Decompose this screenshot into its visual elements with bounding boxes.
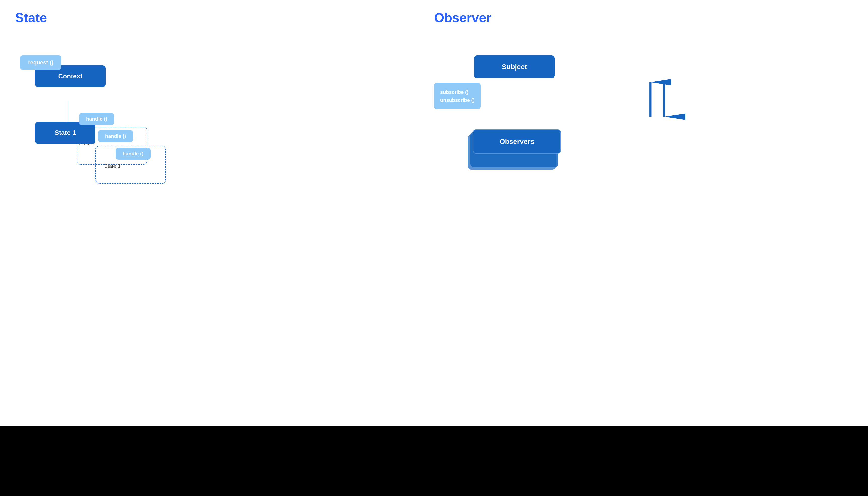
handle3-block: handle () [115, 148, 151, 160]
main-content: State request () Context State 1 handle … [0, 0, 868, 425]
subject-block: Subject [474, 55, 555, 78]
observer-diagram: Subject subscribe () unsubscribe () Obse… [434, 33, 853, 184]
observer-panel: Observer Subject subscribe () unsubscrib… [434, 10, 853, 416]
subscribe-line1: subscribe () [440, 88, 475, 96]
observers-block: Observers [473, 129, 561, 154]
bottom-bar [0, 425, 868, 496]
observer-title: Observer [434, 10, 853, 25]
subscribe-line2: unsubscribe () [440, 96, 475, 104]
state3-label: State 3 [104, 164, 120, 169]
state1-block: State 1 [35, 122, 95, 144]
handle2-block: handle () [98, 130, 133, 142]
request-block: request () [20, 55, 61, 70]
state-panel: State request () Context State 1 handle … [15, 10, 434, 416]
handle1-block: handle () [79, 113, 114, 125]
context-to-state-arrow [68, 100, 68, 123]
state-title: State [15, 10, 434, 25]
subscribe-block: subscribe () unsubscribe () [434, 83, 481, 109]
state-diagram: request () Context State 1 handle () han… [15, 33, 434, 184]
